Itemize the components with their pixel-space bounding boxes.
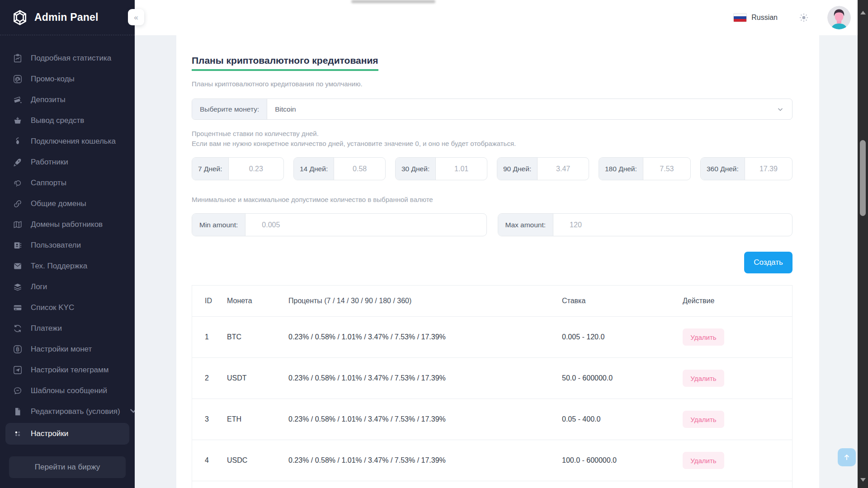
min-amount-group: Min amount: [192, 213, 487, 236]
avatar-image [827, 6, 851, 29]
table-row: 1 BTC 0.23% / 0.58% / 1.01% / 3.47% / 7.… [192, 317, 792, 358]
credit-card-icon [13, 303, 23, 313]
rate-input-90d[interactable] [538, 158, 589, 180]
content-area: Планы криптовалютного кредитования Планы… [135, 35, 858, 488]
table-row: 4 USDC 0.23% / 0.58% / 1.01% / 3.47% / 7… [192, 440, 792, 481]
cell-percents: 0.23% / 0.58% / 1.01% / 3.47% / 7.53% / … [288, 333, 562, 341]
sidebar-item-label: Редактировать (условия) [31, 407, 120, 416]
sidebar-item-coin-settings[interactable]: B Настройки монет [0, 339, 135, 360]
rate-input-group-180d: 180 Дней: [599, 157, 691, 180]
rate-input-180d[interactable] [643, 158, 690, 180]
sidebar-item-label: Подробная статистика [31, 54, 111, 63]
arrow-up-icon [842, 453, 851, 462]
sidebar-item-worker-domains[interactable]: Домены работников [0, 214, 135, 235]
telegram-icon [13, 365, 23, 375]
col-header-coin: Монета [227, 297, 288, 305]
scrollbar-up-arrow[interactable] [858, 8, 868, 17]
cell-id: 3 [192, 415, 227, 423]
user-avatar[interactable] [827, 6, 851, 29]
rate-input-group-7d: 7 Дней: [192, 157, 284, 180]
sidebar-item-common-domains[interactable]: Общие домены [0, 193, 135, 214]
stats-icon [13, 53, 23, 63]
min-amount-label: Min amount: [192, 214, 245, 236]
delete-button[interactable]: Удалить [683, 328, 724, 346]
delete-button[interactable]: Удалить [683, 370, 724, 387]
cell-percents: 0.23% / 0.58% / 1.01% / 3.47% / 7.53% / … [288, 374, 562, 382]
sidebar-item-promo-codes[interactable]: Промо-коды [0, 69, 135, 89]
chat-icon [13, 386, 23, 396]
sidebar-item-label: Логи [31, 282, 47, 291]
rate-input-14d[interactable] [334, 158, 385, 180]
sidebar-item-message-templates[interactable]: Шаблоны сообщений [0, 380, 135, 401]
sidebar-item-label: Домены работников [31, 220, 103, 229]
col-header-id: ID [192, 297, 227, 305]
delete-button[interactable]: Удалить [683, 452, 724, 469]
minmax-help: Минимальное и максимальное допустимое ко… [192, 196, 793, 203]
sidebar-item-logs[interactable]: Логи [0, 277, 135, 297]
col-header-action: Действие [683, 297, 792, 305]
min-amount-input[interactable] [245, 214, 486, 236]
rate-input-360d[interactable] [745, 158, 792, 180]
sidebar-item-label: Тех. Поддержка [31, 262, 87, 271]
sidebar-item-edit-terms[interactable]: Редактировать (условия) [0, 401, 135, 422]
deposit-icon [13, 95, 23, 105]
dots-grid-icon [13, 429, 23, 439]
document-icon [13, 407, 23, 417]
sidebar-item-wallet-connections[interactable]: Подключения кошелька [0, 131, 135, 152]
vertical-scrollbar[interactable] [858, 0, 868, 488]
sidebar-item-supports[interactable]: Саппорты [0, 173, 135, 193]
sidebar-item-kyc-list[interactable]: Список KYC [0, 297, 135, 318]
sidebar-item-users[interactable]: Пользователи [0, 235, 135, 256]
logo-hexagon-icon [12, 9, 28, 26]
sidebar-nav: Подробная статистика Промо-коды Депозиты… [0, 35, 135, 446]
rate-input-group-360d: 360 Дней: [700, 157, 793, 180]
scroll-to-top-button[interactable] [838, 448, 856, 466]
cell-rate: 0.005 - 120.0 [562, 333, 683, 341]
sidebar-collapse-button[interactable]: « [128, 9, 144, 25]
rate-input-7d[interactable] [229, 158, 283, 180]
sidebar-item-detailed-stats[interactable]: Подробная статистика [0, 48, 135, 69]
language-selector[interactable]: Russian [733, 13, 778, 22]
rate-label-180d: 180 Дней: [599, 158, 643, 180]
rate-input-group-30d: 30 Дней: [395, 157, 487, 180]
sidebar-item-payments[interactable]: Платежи [0, 318, 135, 339]
scrollbar-down-arrow[interactable] [858, 475, 868, 484]
col-header-percents: Проценты (7 / 14 / 30 / 90 / 180 / 360) [288, 297, 562, 305]
sidebar-item-tech-support[interactable]: Тех. Поддержка [0, 256, 135, 277]
sidebar-item-label: Настройки [31, 429, 68, 438]
app-title: Admin Panel [34, 11, 99, 23]
rate-label-90d: 90 Дней: [497, 158, 538, 180]
sidebar-item-label: Пользователи [31, 241, 81, 250]
sidebar-item-deposits[interactable]: Депозиты [0, 89, 135, 110]
sidebar-item-workers[interactable]: Работники [0, 152, 135, 173]
sidebar: Admin Panel Подробная статистика Промо-к… [0, 0, 135, 488]
sidebar-item-withdrawals[interactable]: Вывод средств [0, 110, 135, 131]
main-panel: Планы криптовалютного кредитования Планы… [176, 35, 819, 488]
admin-panel-app: Admin Panel Подробная статистика Промо-к… [0, 0, 868, 488]
cell-coin: ETH [227, 415, 288, 423]
theme-toggle[interactable] [798, 12, 809, 23]
max-amount-group: Max amount: [498, 213, 793, 236]
coin-select[interactable]: Выберите монету: Bitcoin [192, 99, 793, 120]
table-header-row: ID Монета Проценты (7 / 14 / 30 / 90 / 1… [192, 286, 792, 317]
sidebar-item-settings[interactable]: Настройки [5, 423, 129, 445]
coin-select-label: Выберите монету: [192, 99, 267, 119]
sidebar-item-telegram-settings[interactable]: Настройки телеграмм [0, 360, 135, 380]
go-to-exchange-button[interactable]: Перейти на биржу [9, 456, 126, 478]
max-amount-input[interactable] [553, 214, 792, 236]
rate-input-30d[interactable] [436, 158, 487, 180]
chevron-down-icon [777, 106, 792, 113]
russia-flag-icon [733, 13, 747, 22]
sun-icon [798, 12, 809, 23]
envelope-icon [13, 261, 23, 271]
rate-input-group-14d: 14 Дней: [293, 157, 386, 180]
scrollbar-thumb[interactable] [860, 140, 866, 216]
top-smudge-decoration [351, 0, 435, 3]
cell-rate: 50.0 - 600000.0 [562, 374, 683, 382]
create-button[interactable]: Создать [744, 252, 793, 273]
sidebar-item-label: Шаблоны сообщений [31, 386, 107, 395]
rate-label-30d: 30 Дней: [396, 158, 436, 180]
delete-button[interactable]: Удалить [683, 411, 724, 428]
create-row: Создать [192, 252, 793, 273]
sidebar-item-label: Настройки телеграмм [31, 366, 108, 375]
